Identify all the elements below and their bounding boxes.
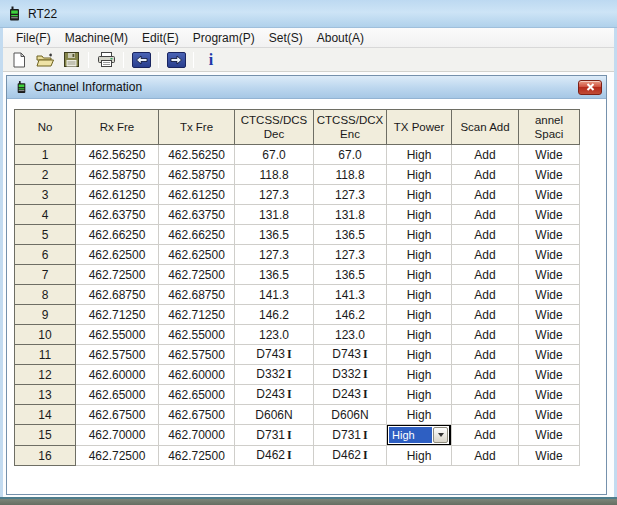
cell-tx-frequency[interactable]: 462.63750 (159, 205, 235, 225)
cell-ctcss-dcx-encode[interactable]: 131.8 (314, 205, 387, 225)
cell-tx-frequency[interactable]: 462.55000 (159, 325, 235, 345)
cell-channel-spacing[interactable]: Wide (519, 225, 580, 245)
cell-ctcss-dcs-decode[interactable]: D462I (235, 446, 314, 466)
cell-ctcss-dcs-decode[interactable]: D606N (235, 405, 314, 425)
cell-scan-add[interactable]: Add (452, 205, 519, 225)
cell-tx-power[interactable]: High (387, 345, 452, 365)
cell-scan-add[interactable]: Add (452, 446, 519, 466)
save-button[interactable] (60, 50, 82, 70)
cell-tx-power[interactable]: High (387, 165, 452, 185)
cell-ctcss-dcx-encode[interactable]: 118.8 (314, 165, 387, 185)
info-button[interactable]: i (200, 50, 222, 70)
cell-tx-power[interactable]: High (387, 405, 452, 425)
cell-tx-power[interactable]: High (387, 205, 452, 225)
cell-channel-spacing[interactable]: Wide (519, 365, 580, 385)
cell-channel-spacing[interactable]: Wide (519, 165, 580, 185)
cell-rx-frequency[interactable]: 462.72500 (76, 446, 159, 466)
cell-rx-frequency[interactable]: 462.58750 (76, 165, 159, 185)
cell-channel-spacing[interactable]: Wide (519, 185, 580, 205)
cell-ctcss-dcs-decode[interactable]: 146.2 (235, 305, 314, 325)
cell-channel-spacing[interactable]: Wide (519, 325, 580, 345)
cell-channel-spacing[interactable]: Wide (519, 205, 580, 225)
cell-tx-power[interactable]: High (387, 305, 452, 325)
tx-power-combobox[interactable]: High (387, 425, 451, 445)
cell-scan-add[interactable]: Add (452, 145, 519, 165)
cell-scan-add[interactable]: Add (452, 265, 519, 285)
cell-tx-power[interactable]: High (387, 385, 452, 405)
cell-tx-frequency[interactable]: 462.57500 (159, 345, 235, 365)
menu-program[interactable]: Program(P) (186, 29, 262, 47)
cell-channel-spacing[interactable]: Wide (519, 145, 580, 165)
cell-ctcss-dcx-encode[interactable]: 146.2 (314, 305, 387, 325)
cell-tx-power[interactable]: High (387, 325, 452, 345)
print-button[interactable] (95, 50, 117, 70)
cell-scan-add[interactable]: Add (452, 285, 519, 305)
cell-rx-frequency[interactable]: 462.61250 (76, 185, 159, 205)
cell-ctcss-dcx-encode[interactable]: 67.0 (314, 145, 387, 165)
cell-rx-frequency[interactable]: 462.68750 (76, 285, 159, 305)
cell-scan-add[interactable]: Add (452, 405, 519, 425)
cell-tx-power[interactable]: High (387, 265, 452, 285)
cell-channel-spacing[interactable]: Wide (519, 305, 580, 325)
cell-tx-power[interactable]: High (387, 446, 452, 466)
cell-rx-frequency[interactable]: 462.63750 (76, 205, 159, 225)
new-file-button[interactable] (8, 50, 30, 70)
cell-scan-add[interactable]: Add (452, 325, 519, 345)
cell-channel-spacing[interactable]: Wide (519, 265, 580, 285)
cell-ctcss-dcx-encode[interactable]: D606N (314, 405, 387, 425)
cell-scan-add[interactable]: Add (452, 305, 519, 325)
cell-ctcss-dcs-decode[interactable]: 131.8 (235, 205, 314, 225)
menu-set[interactable]: Set(S) (262, 29, 310, 47)
cell-rx-frequency[interactable]: 462.55000 (76, 325, 159, 345)
cell-tx-power[interactable]: High (387, 425, 452, 446)
cell-rx-frequency[interactable]: 462.60000 (76, 365, 159, 385)
cell-scan-add[interactable]: Add (452, 425, 519, 446)
cell-ctcss-dcs-decode[interactable]: 118.8 (235, 165, 314, 185)
cell-ctcss-dcs-decode[interactable]: 136.5 (235, 225, 314, 245)
cell-ctcss-dcs-decode[interactable]: D332I (235, 365, 314, 385)
cell-tx-frequency[interactable]: 462.70000 (159, 425, 235, 446)
cell-rx-frequency[interactable]: 462.65000 (76, 385, 159, 405)
menu-about[interactable]: About(A) (310, 29, 371, 47)
cell-tx-power[interactable]: High (387, 225, 452, 245)
cell-tx-power[interactable]: High (387, 285, 452, 305)
cell-channel-spacing[interactable]: Wide (519, 385, 580, 405)
cell-rx-frequency[interactable]: 462.72500 (76, 265, 159, 285)
cell-channel-spacing[interactable]: Wide (519, 285, 580, 305)
open-file-button[interactable] (34, 50, 56, 70)
cell-ctcss-dcx-encode[interactable]: 127.3 (314, 185, 387, 205)
menu-edit[interactable]: Edit(E) (135, 29, 186, 47)
menu-file[interactable]: File(F) (9, 29, 58, 47)
cell-channel-spacing[interactable]: Wide (519, 245, 580, 265)
cell-rx-frequency[interactable]: 462.67500 (76, 405, 159, 425)
cell-tx-frequency[interactable]: 462.72500 (159, 446, 235, 466)
cell-tx-frequency[interactable]: 462.71250 (159, 305, 235, 325)
cell-tx-power[interactable]: High (387, 145, 452, 165)
cell-ctcss-dcx-encode[interactable]: 136.5 (314, 265, 387, 285)
cell-ctcss-dcs-decode[interactable]: D243I (235, 385, 314, 405)
cell-scan-add[interactable]: Add (452, 185, 519, 205)
cell-tx-frequency[interactable]: 462.60000 (159, 365, 235, 385)
cell-channel-spacing[interactable]: Wide (519, 446, 580, 466)
cell-ctcss-dcs-decode[interactable]: 127.3 (235, 245, 314, 265)
cell-tx-power[interactable]: High (387, 245, 452, 265)
cell-rx-frequency[interactable]: 462.62500 (76, 245, 159, 265)
cell-tx-frequency[interactable]: 462.58750 (159, 165, 235, 185)
cell-rx-frequency[interactable]: 462.57500 (76, 345, 159, 365)
cell-ctcss-dcx-encode[interactable]: D743I (314, 345, 387, 365)
menu-machine[interactable]: Machine(M) (58, 29, 135, 47)
cell-ctcss-dcx-encode[interactable]: D462I (314, 446, 387, 466)
cell-rx-frequency[interactable]: 462.71250 (76, 305, 159, 325)
cell-tx-frequency[interactable]: 462.72500 (159, 265, 235, 285)
cell-tx-frequency[interactable]: 462.65000 (159, 385, 235, 405)
cell-channel-spacing[interactable]: Wide (519, 345, 580, 365)
cell-scan-add[interactable]: Add (452, 365, 519, 385)
cell-tx-frequency[interactable]: 462.66250 (159, 225, 235, 245)
cell-tx-frequency[interactable]: 462.68750 (159, 285, 235, 305)
cell-scan-add[interactable]: Add (452, 165, 519, 185)
cell-scan-add[interactable]: Add (452, 225, 519, 245)
cell-ctcss-dcs-decode[interactable]: 127.3 (235, 185, 314, 205)
cell-tx-power[interactable]: High (387, 185, 452, 205)
cell-scan-add[interactable]: Add (452, 345, 519, 365)
read-from-radio-button[interactable] (130, 50, 152, 70)
